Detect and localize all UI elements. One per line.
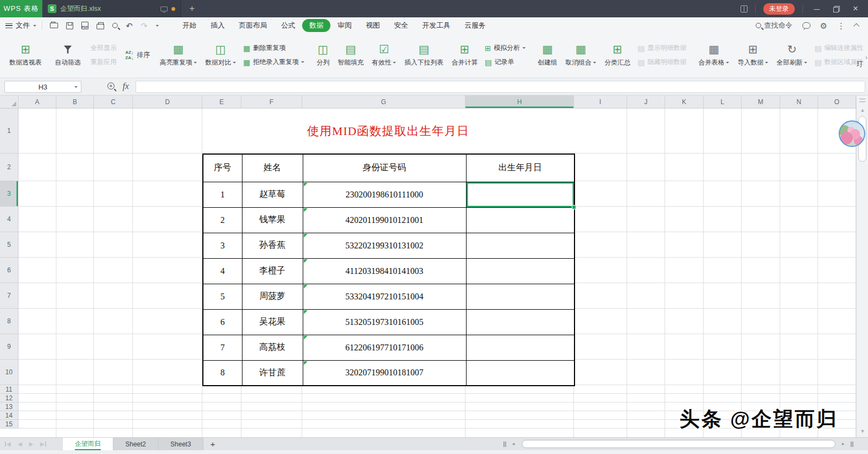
task-pane-toggle-icon[interactable] xyxy=(741,5,748,12)
cell-name[interactable]: 吴花果 xyxy=(242,309,303,335)
column-header[interactable]: K xyxy=(665,95,704,108)
add-sheet-button[interactable]: + xyxy=(203,438,222,450)
menu-tab[interactable]: 视图 xyxy=(359,19,387,32)
what-if-analysis-button[interactable]: ⊞ 模拟分析 xyxy=(484,43,526,53)
save-icon[interactable] xyxy=(66,22,73,29)
cell-id-number[interactable]: 230200198610111000 xyxy=(303,182,466,207)
cell-id-number[interactable]: 533204197210151004 xyxy=(303,284,466,309)
highlight-duplicates-button[interactable]: ▦ 高亮重复项 xyxy=(156,42,200,68)
row-header[interactable]: 9 xyxy=(0,334,18,360)
avatar[interactable] xyxy=(839,120,865,147)
cell-name[interactable]: 赵草莓 xyxy=(242,182,303,207)
row-header[interactable]: 2 xyxy=(0,154,18,181)
data-validation-button[interactable]: ☑ 有效性 xyxy=(368,42,399,68)
cell-name[interactable]: 钱苹果 xyxy=(242,207,303,233)
cell-birthdate[interactable] xyxy=(466,284,575,309)
column-header[interactable]: F xyxy=(241,95,302,108)
column-header[interactable]: G xyxy=(302,95,465,108)
collapse-ribbon-icon[interactable] xyxy=(853,23,859,29)
edit-links-button[interactable]: ▤ 编辑连接属性 xyxy=(814,43,863,53)
cell-birthdate[interactable] xyxy=(466,360,575,386)
close-button[interactable]: × xyxy=(850,3,861,14)
cell-birthdate[interactable] xyxy=(466,258,575,284)
data-compare-button[interactable]: ◫ 数据对比 xyxy=(202,42,239,68)
refresh-all-button[interactable]: ↻ 全部刷新 xyxy=(773,42,810,68)
find-command-box[interactable]: 查找命令 xyxy=(756,21,793,30)
row-header[interactable]: 12 xyxy=(0,394,18,402)
ungroup-button[interactable]: ▦ 取消组合 xyxy=(562,42,599,68)
cell-serial[interactable]: 4 xyxy=(203,258,242,284)
open-file-icon[interactable] xyxy=(50,23,58,28)
cell-id-number[interactable]: 612206197710171006 xyxy=(303,335,466,360)
menu-tab[interactable]: 插入 xyxy=(203,19,232,32)
print-preview-icon[interactable] xyxy=(112,23,118,28)
row-header[interactable]: 10 xyxy=(0,360,18,385)
cell-serial[interactable]: 6 xyxy=(203,309,242,335)
show-all-button[interactable]: 全部显示 xyxy=(88,43,117,53)
row-header[interactable]: 7 xyxy=(0,283,18,309)
new-document-tab-button[interactable]: + xyxy=(181,0,203,17)
horizontal-scrollbar[interactable]: ◂ ▸ xyxy=(499,438,856,451)
insert-function-fx[interactable]: fx xyxy=(123,81,129,91)
column-header[interactable]: E xyxy=(202,95,241,108)
login-status-badge[interactable]: 未登录 xyxy=(763,3,795,15)
ribbon-overflow-icon[interactable]: › xyxy=(865,53,867,61)
import-data-button[interactable]: ⊞ 导入数据 xyxy=(734,42,771,68)
cell-birthdate[interactable] xyxy=(466,207,575,233)
cell-serial[interactable]: 2 xyxy=(203,207,242,233)
sheet-grid[interactable]: 123456789101112131415 使用MID函数提取出生年月日 序号姓… xyxy=(0,108,856,437)
customize-toolbar-icon[interactable] xyxy=(156,25,159,27)
column-header[interactable]: J xyxy=(627,95,665,108)
cell-name[interactable]: 许甘蔗 xyxy=(242,360,303,386)
column-header[interactable]: B xyxy=(56,95,94,108)
row-header[interactable]: 11 xyxy=(0,385,18,394)
show-detail-button[interactable]: ▤ 显示明细数据 xyxy=(637,43,686,53)
insert-dropdown-list-button[interactable]: ▤ 插入下拉列表 xyxy=(401,42,446,68)
last-sheet-icon[interactable]: ▶ xyxy=(40,441,44,447)
cell-birthdate[interactable] xyxy=(466,233,575,258)
table-header-cell[interactable]: 姓名 xyxy=(242,154,303,182)
scroll-left-icon[interactable]: ◂ xyxy=(512,441,515,446)
menu-tab[interactable]: 云服务 xyxy=(457,19,493,32)
reject-duplicate-input-button[interactable]: ▦ 拒绝录入重复项 xyxy=(243,57,304,67)
cell-serial[interactable]: 8 xyxy=(203,360,242,386)
cell-name[interactable]: 孙香蕉 xyxy=(242,233,303,258)
row-header[interactable]: 1 xyxy=(0,108,18,154)
previous-sheet-icon[interactable]: ◀ xyxy=(18,441,22,447)
export-pdf-icon[interactable]: PDF xyxy=(81,22,88,29)
next-sheet-icon[interactable]: ▶ xyxy=(29,441,33,447)
restore-button[interactable] xyxy=(830,4,842,13)
row-header[interactable]: 14 xyxy=(0,411,18,420)
sheet-tab[interactable]: Sheet3 xyxy=(158,438,203,450)
menu-tab[interactable]: 开发工具 xyxy=(415,19,457,32)
column-header[interactable]: N xyxy=(780,95,818,108)
document-tab[interactable]: S 企望而归.xlsx xyxy=(42,0,181,17)
cell-id-number[interactable]: 411203198410141003 xyxy=(303,258,466,284)
scroll-up-icon[interactable]: ▲ xyxy=(857,107,868,113)
cell-id-number[interactable]: 532202199310131002 xyxy=(303,233,466,258)
split-handle-icon[interactable] xyxy=(859,99,865,102)
print-icon[interactable] xyxy=(97,24,104,29)
row-header[interactable]: 5 xyxy=(0,232,18,258)
menu-tab[interactable]: 数据 xyxy=(302,19,330,32)
autofilter-button[interactable]: 自动筛选 xyxy=(52,42,84,68)
sheet-tab[interactable]: 企望而归 xyxy=(63,438,113,450)
scroll-down-icon[interactable]: ▼ xyxy=(857,429,868,434)
column-header[interactable]: A xyxy=(18,95,56,108)
cell-name[interactable]: 周菠萝 xyxy=(242,284,303,309)
menu-tab[interactable]: 审阅 xyxy=(330,19,359,32)
name-box-dropdown-icon[interactable] xyxy=(74,86,78,88)
function-search-icon[interactable]: + xyxy=(107,82,114,89)
row-header[interactable]: 6 xyxy=(0,258,18,283)
scroll-right-icon[interactable]: ▸ xyxy=(842,441,845,446)
table-header-cell[interactable]: 序号 xyxy=(203,154,242,182)
reapply-filter-button[interactable]: 重新应用 xyxy=(88,57,117,67)
formula-input[interactable] xyxy=(136,81,865,93)
column-header[interactable]: M xyxy=(742,95,780,108)
cell-serial[interactable]: 3 xyxy=(203,233,242,258)
file-menu[interactable]: 文件 xyxy=(5,21,42,30)
sheet-tab[interactable]: Sheet2 xyxy=(113,438,158,450)
select-all-corner[interactable] xyxy=(0,95,18,108)
pivot-table-button[interactable]: ⊞ 数据透视表 xyxy=(6,42,45,68)
cell-name[interactable]: 李橙子 xyxy=(242,258,303,284)
